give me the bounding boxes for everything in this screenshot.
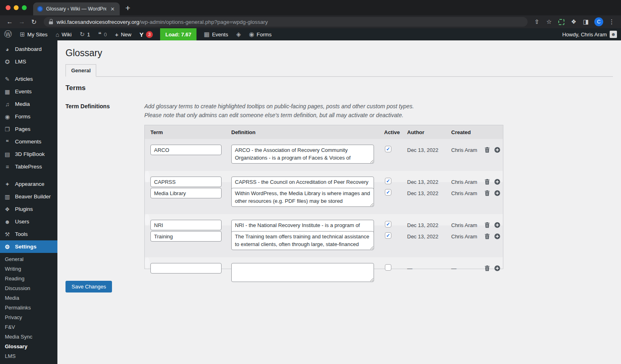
zoom-window-button[interactable] bbox=[22, 5, 27, 10]
share-icon[interactable]: ⇧ bbox=[532, 18, 542, 25]
active-checkbox[interactable]: ✓ bbox=[385, 232, 391, 239]
active-checkbox[interactable]: ✓ bbox=[385, 146, 391, 152]
submenu-item-lms[interactable]: LMS bbox=[0, 351, 57, 361]
delete-row-icon[interactable] bbox=[484, 265, 490, 271]
calendar-icon: ▦ bbox=[204, 31, 209, 38]
definition-textarea[interactable]: The Training team offers training and te… bbox=[231, 231, 374, 250]
account-menu[interactable]: Howdy, Chris Aram☻ bbox=[558, 31, 621, 38]
add-row-icon[interactable] bbox=[494, 147, 501, 153]
sidebar-item-forms[interactable]: ◉ Forms bbox=[0, 110, 57, 123]
site-name-menu[interactable]: ⌂Wiki bbox=[51, 28, 76, 40]
add-row-icon[interactable] bbox=[494, 233, 501, 240]
add-row-icon[interactable] bbox=[494, 179, 501, 185]
delete-row-icon[interactable] bbox=[484, 147, 490, 153]
definition-textarea[interactable]: Within WordPress, the Media Library is w… bbox=[231, 188, 374, 207]
active-checkbox[interactable]: ✓ bbox=[385, 189, 391, 196]
sidebar-item-pages[interactable]: ❐ Pages bbox=[0, 123, 57, 135]
comments-menu[interactable]: ❝0 bbox=[94, 28, 111, 40]
active-checkbox[interactable]: ✓ bbox=[385, 221, 391, 227]
updates-menu[interactable]: ↻1 bbox=[76, 28, 94, 40]
forward-icon[interactable]: → bbox=[16, 18, 27, 25]
sidebar-item-plugins[interactable]: ❖ Plugins bbox=[0, 203, 57, 215]
sidebar-item-comments[interactable]: ❝ Comments bbox=[0, 135, 57, 148]
submenu-item-media[interactable]: Media bbox=[0, 293, 57, 303]
term-input[interactable] bbox=[150, 177, 222, 187]
definition-textarea[interactable] bbox=[231, 263, 374, 282]
save-changes-button[interactable]: Save Changes bbox=[65, 281, 112, 292]
browser-tab[interactable]: Glossary ‹ Wiki — WordPress ✕ bbox=[33, 2, 120, 15]
submenu-item-permalinks[interactable]: Permalinks bbox=[0, 303, 57, 313]
term-input[interactable] bbox=[150, 188, 222, 198]
sidebar-item-label: Settings bbox=[15, 244, 36, 250]
browser-menu-icon[interactable]: ⋮ bbox=[606, 18, 617, 25]
delete-row-icon[interactable] bbox=[484, 179, 490, 185]
sidebar-item-users[interactable]: ☻ Users bbox=[0, 215, 57, 228]
comments-icon: ❝ bbox=[3, 139, 11, 145]
sidebar-item-appearance[interactable]: ✦ Appearance bbox=[0, 178, 57, 190]
bookmark-star-icon[interactable]: ☆ bbox=[544, 18, 554, 25]
wp-logo-menu[interactable]: Ⓦ bbox=[0, 28, 16, 40]
tab-general[interactable]: General bbox=[65, 64, 96, 77]
submenu-item-discussion[interactable]: Discussion bbox=[0, 284, 57, 293]
dashboard-icon: ◕ bbox=[3, 46, 11, 53]
sidebar-item-tablepress[interactable]: ≡ TablePress bbox=[0, 160, 57, 173]
back-icon[interactable]: ← bbox=[4, 18, 15, 25]
delete-row-icon[interactable] bbox=[484, 222, 490, 228]
submenu-item-glossary[interactable]: Glossary bbox=[0, 342, 57, 351]
row-created-cell: Chris Aram bbox=[448, 231, 484, 240]
active-checkbox[interactable] bbox=[385, 264, 391, 271]
lock-icon[interactable] bbox=[49, 19, 53, 25]
address-bar[interactable]: wiki.facesandvoicesofrecovery.org/wp-adm… bbox=[44, 17, 528, 27]
add-row-icon[interactable] bbox=[494, 265, 501, 271]
sidebar-item-articles[interactable]: ✎ Articles bbox=[0, 73, 57, 85]
new-content-menu[interactable]: +New bbox=[111, 28, 135, 40]
sidebar-item-label: Forms bbox=[15, 114, 30, 120]
term-input[interactable] bbox=[150, 263, 222, 274]
3d-flipbook-icon: ▤ bbox=[3, 151, 11, 158]
submenu-item-reading[interactable]: Reading bbox=[0, 274, 57, 284]
sidebar-item-media[interactable]: ♫ Media bbox=[0, 98, 57, 110]
my-sites-menu[interactable]: ⊞My Sites bbox=[16, 28, 51, 40]
submenu-item-writing[interactable]: Writing bbox=[0, 264, 57, 274]
site-name-label: Wiki bbox=[61, 32, 72, 38]
new-tab-button[interactable]: + bbox=[120, 4, 136, 12]
delete-row-icon[interactable] bbox=[484, 233, 490, 240]
sidebar-item-beaver-builder[interactable]: ▥ Beaver Builder bbox=[0, 190, 57, 203]
submenu-item-media-sync[interactable]: Media Sync bbox=[0, 332, 57, 342]
sidebar-item-events[interactable]: ▦ Events bbox=[0, 85, 57, 98]
add-row-icon[interactable] bbox=[494, 222, 501, 228]
side-panel-icon[interactable]: ◨ bbox=[581, 18, 591, 25]
tab-close-icon[interactable]: ✕ bbox=[110, 6, 116, 12]
reload-icon[interactable]: ↻ bbox=[28, 18, 40, 26]
screenshot-extension-icon[interactable] bbox=[558, 19, 564, 25]
sidebar-item-settings[interactable]: ⚙ Settings bbox=[0, 240, 57, 253]
active-checkbox[interactable]: ✓ bbox=[385, 178, 391, 184]
term-input[interactable] bbox=[150, 231, 222, 242]
minimize-window-button[interactable] bbox=[14, 5, 19, 10]
server-load-badge[interactable]: Load: 7.67 bbox=[160, 28, 196, 40]
browser-profile-avatar[interactable]: C bbox=[594, 17, 603, 26]
extensions-puzzle-icon[interactable]: ❖ bbox=[568, 18, 579, 25]
submenu-item-f-v[interactable]: F&V bbox=[0, 322, 57, 332]
submenu-item-privacy[interactable]: Privacy bbox=[0, 313, 57, 322]
close-window-button[interactable] bbox=[6, 5, 11, 10]
sidebar-item-label: Media bbox=[15, 101, 30, 107]
settings-icon: ⚙ bbox=[3, 244, 11, 250]
yoast-menu[interactable]: Y3 bbox=[135, 28, 157, 40]
events-menu[interactable]: ▦Events bbox=[200, 28, 232, 40]
term-input[interactable] bbox=[150, 145, 222, 155]
sidebar-item-3d-flipbook[interactable]: ▤ 3D FlipBook bbox=[0, 148, 57, 160]
beaver-builder-menu[interactable]: ◈ bbox=[232, 28, 245, 40]
add-row-icon[interactable] bbox=[494, 190, 501, 196]
term-input[interactable] bbox=[150, 220, 222, 230]
delete-row-icon[interactable] bbox=[484, 190, 490, 196]
howdy-text: Howdy, Chris Aram bbox=[562, 32, 607, 38]
definition-textarea[interactable]: ARCO - the Association of Recovery Commu… bbox=[231, 145, 374, 164]
sidebar-item-lms[interactable]: ✪ LMS bbox=[0, 55, 57, 68]
submenu-item-general[interactable]: General bbox=[0, 255, 57, 264]
sidebar-item-tools[interactable]: ⚒ Tools bbox=[0, 228, 57, 240]
forms-menu[interactable]: ◉Forms bbox=[245, 28, 276, 40]
table-row: — — bbox=[145, 257, 150, 269]
sidebar-item-label: Users bbox=[15, 219, 29, 225]
sidebar-item-dashboard[interactable]: ◕ Dashboard bbox=[0, 43, 57, 55]
